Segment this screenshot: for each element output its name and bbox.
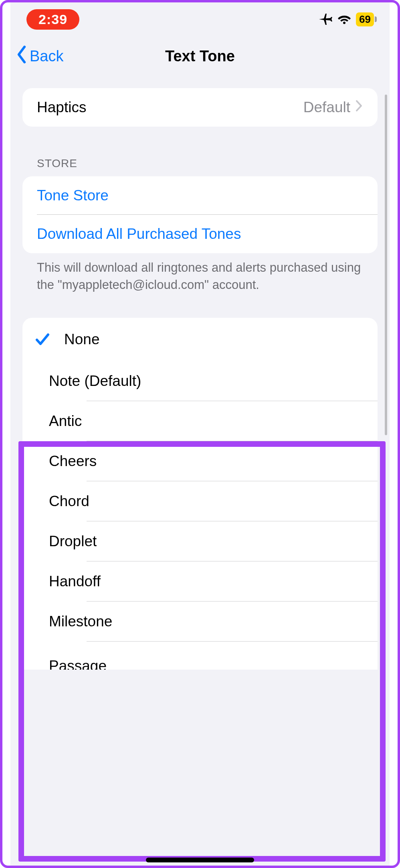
tone-row[interactable]: Passage xyxy=(22,642,378,670)
battery-level: 69 xyxy=(356,12,374,26)
tone-row[interactable]: Droplet xyxy=(22,521,378,561)
status-time-pill[interactable]: 2:39 xyxy=(26,9,79,30)
tone-label: Chord xyxy=(22,493,378,510)
page-title: Text Tone xyxy=(10,48,390,65)
chevron-right-icon xyxy=(355,99,363,116)
tone-label: Passage xyxy=(22,658,378,670)
haptics-label: Haptics xyxy=(37,99,303,116)
tone-row[interactable]: Antic xyxy=(22,401,378,441)
tone-store-row[interactable]: Tone Store xyxy=(22,176,378,215)
home-indicator[interactable] xyxy=(146,858,254,862)
haptics-row[interactable]: Haptics Default xyxy=(22,88,378,127)
svg-point-0 xyxy=(343,22,345,24)
back-label: Back xyxy=(30,48,63,65)
screenshot-frame: 2:39 69 xyxy=(0,0,400,868)
tone-row[interactable]: Chord xyxy=(22,481,378,521)
back-button[interactable]: Back xyxy=(10,45,63,68)
scroll-indicator xyxy=(385,95,387,435)
haptics-group: Haptics Default xyxy=(22,88,378,127)
tone-row[interactable]: Note (Default) xyxy=(22,361,378,401)
tone-row-none[interactable]: None xyxy=(22,318,378,361)
wifi-icon xyxy=(337,14,351,24)
status-bar: 2:39 69 xyxy=(10,2,390,36)
tone-label: Antic xyxy=(22,413,378,430)
haptics-value: Default xyxy=(303,99,350,116)
tone-label: Handoff xyxy=(22,573,378,590)
tone-row[interactable]: Cheers xyxy=(22,441,378,481)
tone-label: Droplet xyxy=(22,533,378,550)
download-all-row[interactable]: Download All Purchased Tones xyxy=(22,215,378,253)
tone-label: Milestone xyxy=(22,613,378,630)
tones-group: None Note (Default) Antic Cheers Chord xyxy=(22,318,378,670)
tone-store-label: Tone Store xyxy=(37,187,363,204)
battery-indicator: 69 xyxy=(356,12,377,26)
tone-label: Cheers xyxy=(22,453,378,470)
content: Haptics Default STORE Tone Store Downloa… xyxy=(10,76,390,670)
chevron-left-icon xyxy=(14,45,29,68)
tone-label: None xyxy=(55,331,378,348)
download-all-label: Download All Purchased Tones xyxy=(37,226,363,242)
nav-bar: Back Text Tone xyxy=(10,36,390,76)
store-group: Tone Store Download All Purchased Tones xyxy=(22,176,378,253)
phone-screen: 2:39 69 xyxy=(10,2,390,866)
store-header: STORE xyxy=(37,157,390,170)
store-footer: This will download all ringtones and ale… xyxy=(37,259,363,294)
tone-row[interactable]: Handoff xyxy=(22,561,378,602)
tone-row[interactable]: Milestone xyxy=(22,602,378,642)
tone-label: Note (Default) xyxy=(22,373,378,390)
checkmark-icon xyxy=(22,331,55,347)
status-right: 69 xyxy=(318,12,377,26)
airplane-mode-icon xyxy=(318,13,333,26)
